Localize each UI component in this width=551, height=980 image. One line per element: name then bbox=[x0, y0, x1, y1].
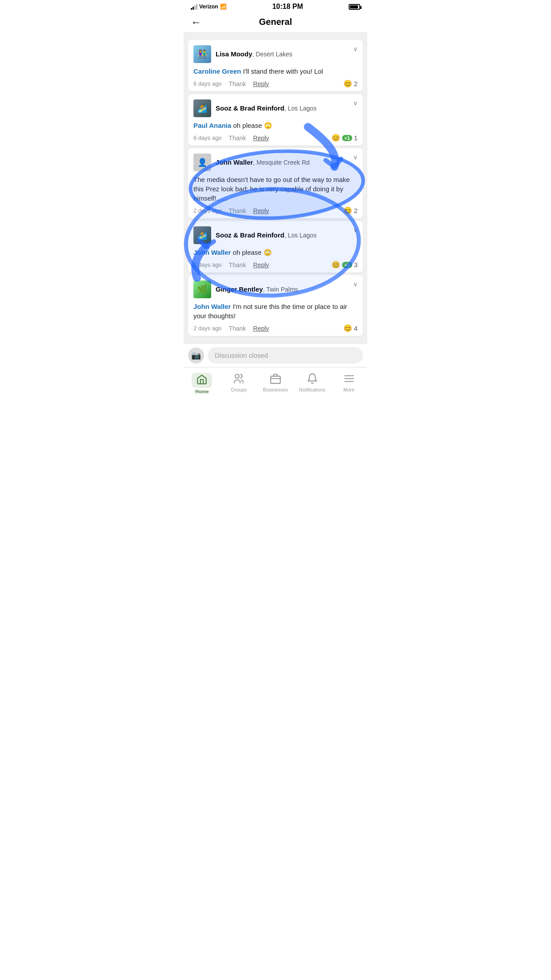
post-header-left: 👤 John Waller, Mesquite Creek Rd bbox=[193, 154, 310, 171]
tab-label-groups: Groups bbox=[231, 387, 247, 392]
author-name: John Waller bbox=[216, 158, 253, 166]
reaction-count: 4 bbox=[354, 324, 358, 332]
post-card: 👤 John Waller, Mesquite Creek Rd ∨ The m… bbox=[188, 148, 363, 218]
post-header: 🏄 Sooz & Brad Reinford, Los Lagos ∨ bbox=[193, 226, 358, 244]
reaction-emoji: 😊 bbox=[343, 206, 352, 215]
tab-label-home: Home bbox=[195, 389, 209, 394]
reaction-count: 2 bbox=[354, 80, 358, 87]
post-time: 6 days ago bbox=[193, 80, 222, 87]
post-header: 👫 Lisa Moody, Desert Lakes ∨ bbox=[193, 45, 358, 63]
svg-point-0 bbox=[236, 374, 240, 378]
author-name: Sooz & Brad Reinford bbox=[216, 104, 284, 112]
reactions: 😊 2 bbox=[343, 79, 358, 88]
post-footer: 2 days ago Thank Reply 😊 4 bbox=[193, 324, 358, 332]
post-header-left: 🏄 Sooz & Brad Reinford, Los Lagos bbox=[193, 226, 316, 244]
reply-to-name: Paul Anania bbox=[193, 122, 231, 129]
reply-button[interactable]: Reply bbox=[253, 261, 269, 269]
author-name: Ginger Bentley bbox=[216, 285, 263, 293]
thank-button[interactable]: Thank bbox=[229, 207, 246, 214]
author-location: , Los Lagos bbox=[284, 105, 316, 112]
author-location: , Mesquite Creek Rd bbox=[253, 159, 310, 166]
avatar: 🏄 bbox=[193, 99, 211, 117]
post-card: 🌿 Ginger Bentley, Twin Palms ∨ John Wall… bbox=[188, 275, 363, 336]
chevron-down-icon[interactable]: ∨ bbox=[353, 45, 358, 52]
chevron-down-icon[interactable]: ∨ bbox=[353, 281, 358, 288]
reactions: 😊 2 bbox=[343, 206, 358, 215]
chevron-down-icon[interactable]: ∨ bbox=[353, 226, 358, 233]
post-header: 🏄 Sooz & Brad Reinford, Los Lagos ∨ bbox=[193, 99, 358, 117]
svg-rect-1 bbox=[271, 376, 280, 383]
post-body: Caroline Green I'll stand there with you… bbox=[193, 67, 358, 76]
post-header: 👤 John Waller, Mesquite Creek Rd ∨ bbox=[193, 154, 358, 171]
post-time: 2 days ago bbox=[193, 325, 222, 332]
tab-groups[interactable]: Groups bbox=[220, 371, 257, 396]
chevron-down-icon[interactable]: ∨ bbox=[353, 99, 358, 107]
reaction-badge: +1 bbox=[342, 135, 352, 141]
chevron-down-icon[interactable]: ∨ bbox=[353, 154, 358, 161]
post-card: 👫 Lisa Moody, Desert Lakes ∨ Caroline Gr… bbox=[188, 40, 363, 91]
bottom-input-area: 📷 Discussion closed bbox=[184, 343, 367, 367]
reaction-emoji: 😊 bbox=[331, 261, 340, 269]
post-time: 6 days ago bbox=[193, 134, 222, 141]
avatar: 🏄 bbox=[193, 226, 211, 244]
thank-button[interactable]: Thank bbox=[229, 325, 246, 332]
reply-button[interactable]: Reply bbox=[253, 80, 269, 87]
post-footer: 2 days ago Thank Reply 😊 +1 3 bbox=[193, 261, 358, 269]
wifi-icon: 📶 bbox=[220, 4, 227, 10]
post-time: 2 days ago bbox=[193, 207, 222, 214]
reply-button[interactable]: Reply bbox=[253, 207, 269, 214]
reactions: 😊 +1 1 bbox=[331, 134, 358, 142]
tab-icon-businesses bbox=[270, 373, 281, 386]
carrier-label: Verizon bbox=[199, 4, 218, 10]
back-button[interactable]: ← bbox=[191, 16, 201, 28]
tab-label-businesses: Businesses bbox=[263, 387, 288, 392]
page-title: General bbox=[259, 17, 292, 27]
post-header-left: 👫 Lisa Moody, Desert Lakes bbox=[193, 45, 292, 63]
avatar: 👫 bbox=[193, 45, 211, 63]
thank-button[interactable]: Thank bbox=[229, 134, 246, 142]
discussion-input: Discussion closed bbox=[208, 347, 363, 364]
author-location: , Desert Lakes bbox=[252, 51, 292, 58]
post-footer: 6 days ago Thank Reply 😊 2 bbox=[193, 79, 358, 88]
tab-more[interactable]: More bbox=[331, 371, 367, 396]
avatar: 🌿 bbox=[193, 281, 211, 298]
reactions: 😊 4 bbox=[343, 324, 358, 332]
tab-notifications[interactable]: Notifications bbox=[294, 371, 331, 396]
post-header-left: 🌿 Ginger Bentley, Twin Palms bbox=[193, 281, 298, 298]
reply-to-name: John Waller bbox=[193, 303, 231, 310]
author-info: Sooz & Brad Reinford, Los Lagos bbox=[216, 231, 316, 239]
camera-button[interactable]: 📷 bbox=[188, 348, 204, 364]
reply-button[interactable]: Reply bbox=[253, 325, 269, 332]
post-body: The media doesn't have to go out of the … bbox=[193, 175, 358, 203]
author-info: Sooz & Brad Reinford, Los Lagos bbox=[216, 104, 316, 112]
post-header: 🌿 Ginger Bentley, Twin Palms ∨ bbox=[193, 281, 358, 298]
tab-businesses[interactable]: Businesses bbox=[257, 371, 294, 396]
thank-button[interactable]: Thank bbox=[229, 261, 246, 269]
tab-label-more: More bbox=[343, 387, 354, 392]
signal-icon bbox=[191, 4, 197, 10]
author-location: , Los Lagos bbox=[284, 232, 316, 239]
tab-icon-groups bbox=[233, 373, 244, 386]
author-info: John Waller, Mesquite Creek Rd bbox=[216, 158, 310, 166]
reaction-emoji: 😊 bbox=[331, 134, 340, 142]
post-time: 2 days ago bbox=[193, 261, 222, 268]
reply-to-name: Caroline Green bbox=[193, 67, 241, 75]
post-body: Paul Anania oh please 🙄 bbox=[193, 121, 358, 130]
status-bar: Verizon 📶 10:18 PM bbox=[184, 0, 367, 12]
feed: 👫 Lisa Moody, Desert Lakes ∨ Caroline Gr… bbox=[184, 33, 367, 343]
avatar-image: 🏄 bbox=[193, 99, 211, 117]
reaction-emoji: 😊 bbox=[343, 79, 352, 88]
thank-button[interactable]: Thank bbox=[229, 80, 246, 87]
tab-icon-more bbox=[343, 373, 355, 386]
status-left: Verizon 📶 bbox=[191, 4, 227, 10]
tab-home-bg bbox=[192, 373, 212, 388]
reply-button[interactable]: Reply bbox=[253, 134, 269, 142]
avatar-image: 👫 bbox=[193, 45, 211, 63]
reaction-emoji: 😊 bbox=[343, 324, 352, 332]
avatar-image: 🌿 bbox=[193, 281, 211, 298]
author-info: Lisa Moody, Desert Lakes bbox=[216, 50, 292, 58]
avatar-placeholder: 👤 bbox=[193, 154, 211, 171]
reply-to-name: John Waller bbox=[193, 249, 231, 256]
tab-home[interactable]: Home bbox=[184, 371, 220, 396]
author-name: Sooz & Brad Reinford bbox=[216, 231, 284, 239]
